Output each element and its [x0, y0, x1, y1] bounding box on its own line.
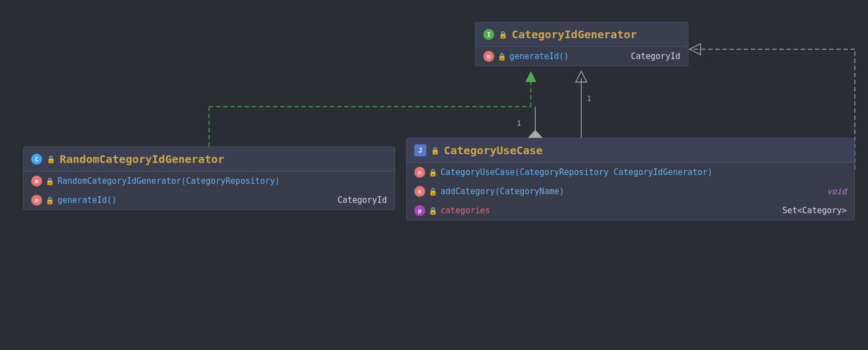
- return-type-generate-id-2: CategoryId: [338, 195, 387, 205]
- class-header-use-case: J 🔒 CategoryUseCase: [407, 138, 854, 163]
- lock-icon-1: 🔒: [499, 31, 507, 39]
- lock-icon-2: 🔒: [47, 155, 55, 164]
- method-text-constructor: RandomCategoryIdGenerator(CategoryReposi…: [57, 176, 387, 186]
- badge-field-1: p: [414, 205, 425, 216]
- badge-method-2: m: [31, 176, 42, 186]
- method-text-generate-id: generateId(): [510, 51, 628, 61]
- lock-icon-3: 🔒: [431, 147, 439, 155]
- class-title-category-id-generator: CategoryIdGenerator: [512, 28, 637, 41]
- lock-icon-method-2: 🔒: [45, 177, 54, 185]
- connector-label-1: 1: [587, 94, 591, 103]
- badge-method-3: m: [31, 195, 42, 206]
- badge-class: C: [31, 154, 42, 165]
- class-header-random: C 🔒 RandomCategoryIdGenerator: [24, 147, 395, 172]
- method-text-use-case-constructor: CategoryUseCase(CategoryRepository Categ…: [441, 167, 847, 177]
- lock-icon-method-4: 🔒: [429, 168, 437, 177]
- class-title-random: RandomCategoryIdGenerator: [60, 153, 224, 166]
- class-random-category-id-generator: C 🔒 RandomCategoryIdGenerator m 🔒 Random…: [23, 147, 395, 210]
- lock-icon-method-3: 🔒: [45, 196, 54, 205]
- lock-icon-field-1: 🔒: [429, 207, 437, 215]
- method-text-generate-id-2: generateId(): [57, 195, 334, 205]
- badge-interface: I: [483, 29, 494, 40]
- field-type-categories: Set<Category>: [783, 206, 847, 215]
- method-row-constructor: m 🔒 RandomCategoryIdGenerator(CategoryRe…: [24, 172, 395, 191]
- method-row-add-category: m 🔒 addCategory(CategoryName) void: [407, 182, 854, 201]
- class-header-category-id-generator: I 🔒 CategoryIdGenerator: [476, 22, 688, 47]
- diagram-canvas: 1 1 I 🔒 CategoryIdGenerator m 🔒 generate…: [0, 0, 868, 350]
- class-category-use-case: J 🔒 CategoryUseCase m 🔒 CategoryUseCase(…: [406, 138, 855, 220]
- class-title-use-case: CategoryUseCase: [444, 144, 543, 157]
- badge-method-1: m: [483, 51, 494, 62]
- badge-java-icon: J: [414, 144, 426, 156]
- class-category-id-generator: I 🔒 CategoryIdGenerator m 🔒 generateId()…: [475, 22, 688, 66]
- field-text-categories: categories: [441, 206, 779, 215]
- return-type-generate-id: CategoryId: [631, 51, 680, 61]
- lock-icon-method-1: 🔒: [497, 52, 506, 61]
- method-row-generate-id: m 🔒 generateId() CategoryId: [476, 47, 688, 66]
- connector-label-2: 1: [517, 119, 521, 127]
- method-row-use-case-constructor: m 🔒 CategoryUseCase(CategoryRepository C…: [407, 163, 854, 182]
- method-text-add-category: addCategory(CategoryName): [441, 186, 824, 196]
- badge-method-4: m: [414, 167, 425, 178]
- svg-marker-10: [690, 44, 701, 55]
- badge-method-5: m: [414, 186, 425, 197]
- svg-marker-5: [576, 71, 587, 82]
- field-row-categories: p 🔒 categories Set<Category>: [407, 201, 854, 220]
- lock-icon-method-5: 🔒: [429, 188, 437, 196]
- return-type-void: void: [827, 186, 847, 196]
- svg-marker-3: [525, 71, 536, 82]
- method-row-generate-id-2: m 🔒 generateId() CategoryId: [24, 191, 395, 209]
